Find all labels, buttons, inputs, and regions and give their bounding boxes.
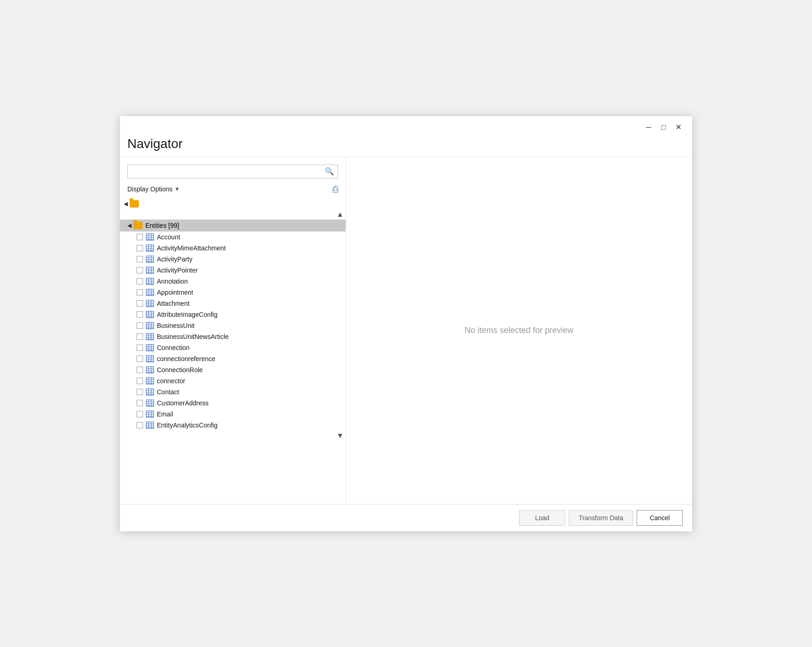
table-icon [146,255,154,263]
dialog-body: 🔍 Display Options ▼ ⎙ ◀ [120,157,692,504]
scroll-down-button[interactable]: ▼ [334,431,346,441]
list-item[interactable]: ActivityMimeAttachment [120,243,346,254]
entity-name: Account [157,233,180,241]
close-button[interactable]: ✕ [672,121,685,134]
table-icon [146,355,154,362]
transform-data-button[interactable]: Transform Data [569,510,633,526]
dialog-title: Navigator [120,135,692,157]
list-item[interactable]: BusinessUnitNewsArticle [120,331,346,342]
item-checkbox[interactable] [137,356,143,362]
title-bar-controls: ─ □ ✕ [642,121,685,134]
no-preview-text: No items selected for preview [465,326,573,335]
entity-name: Appointment [157,289,193,296]
list-item[interactable]: Account [120,231,346,243]
list-item[interactable]: Appointment [120,287,346,298]
cancel-button[interactable]: Cancel [637,510,683,526]
entity-name: AttributeImageConfig [157,311,218,318]
refresh-icon: ⎙ [333,184,338,195]
entity-name: BusinessUnit [157,322,195,329]
entity-name: Attachment [157,300,190,307]
search-bar: 🔍 [120,157,346,182]
item-checkbox[interactable] [137,289,143,296]
entities-folder-label: Entities [99] [145,222,179,229]
item-checkbox[interactable] [137,411,143,417]
item-checkbox[interactable] [137,367,143,373]
root-folder-icon [130,200,139,208]
list-item[interactable]: Contact [120,386,346,398]
list-item[interactable]: EntityAnalyticsConfig [120,420,346,431]
list-item[interactable]: Annotation [120,276,346,287]
dialog-footer: Load Transform Data Cancel [120,504,692,531]
table-icon [146,344,154,351]
scroll-up-button[interactable]: ▲ [334,209,346,220]
list-item[interactable]: CustomerAddress [120,398,346,409]
item-checkbox[interactable] [137,267,143,273]
right-panel: No items selected for preview [346,157,692,504]
item-checkbox[interactable] [137,378,143,384]
table-icon [146,421,154,429]
table-icon [146,388,154,396]
entity-name: Email [157,410,173,418]
entity-name: ActivityMimeAttachment [157,244,226,252]
item-checkbox[interactable] [137,422,143,428]
table-icon [146,311,154,318]
display-options-label: Display Options [127,185,173,193]
entity-name: Annotation [157,278,188,285]
item-checkbox[interactable] [137,322,143,329]
list-item[interactable]: connectionreference [120,353,346,364]
entity-name: Contact [157,388,179,396]
entity-name: ConnectionRole [157,366,203,374]
entity-name: Connection [157,344,190,351]
entity-name: connector [157,377,185,385]
list-item[interactable]: connector [120,375,346,386]
list-item[interactable]: ActivityParty [120,254,346,265]
entities-folder[interactable]: ◀ Entities [99] [120,220,346,231]
entity-list: Account [120,231,346,431]
display-options-button[interactable]: Display Options ▼ [127,185,180,193]
table-icon [146,366,154,374]
entity-name: EntityAnalyticsConfig [157,421,218,429]
search-icon[interactable]: 🔍 [323,166,336,177]
collapse-arrow-root: ◀ [124,201,128,207]
item-checkbox[interactable] [137,234,143,240]
item-checkbox[interactable] [137,311,143,318]
left-panel: 🔍 Display Options ▼ ⎙ ◀ [120,157,346,504]
table-icon [146,289,154,296]
entity-name: ActivityPointer [157,267,198,274]
item-checkbox[interactable] [137,300,143,307]
refresh-button[interactable]: ⎙ [333,184,338,195]
item-checkbox[interactable] [137,245,143,251]
table-icon [146,333,154,340]
search-input[interactable] [128,165,338,178]
table-icon [146,300,154,307]
entity-name: connectionreference [157,355,215,362]
maximize-button[interactable]: □ [657,121,670,134]
list-item[interactable]: ActivityPointer [120,265,346,276]
list-item[interactable]: AttributeImageConfig [120,309,346,320]
list-item[interactable]: BusinessUnit [120,320,346,331]
table-icon [146,278,154,285]
entity-name: CustomerAddress [157,399,209,407]
search-input-wrap: 🔍 [127,165,338,178]
display-options-arrow: ▼ [174,186,180,192]
item-checkbox[interactable] [137,344,143,351]
table-icon [146,410,154,418]
item-checkbox[interactable] [137,333,143,340]
item-checkbox[interactable] [137,400,143,406]
list-item[interactable]: Attachment [120,298,346,309]
entities-folder-icon [133,222,143,229]
item-checkbox[interactable] [137,256,143,262]
load-button[interactable]: Load [519,510,565,526]
list-item[interactable]: Email [120,409,346,420]
table-icon [146,233,154,241]
list-item[interactable]: ConnectionRole [120,364,346,375]
item-checkbox[interactable] [137,389,143,395]
table-icon [146,322,154,329]
item-checkbox[interactable] [137,278,143,285]
navigator-dialog: ─ □ ✕ Navigator 🔍 Display Options ▼ [120,116,692,531]
tree-container[interactable]: ◀ ▲ ◀ Entities [99] [120,198,346,504]
minimize-button[interactable]: ─ [642,121,655,134]
list-item[interactable]: Connection [120,342,346,353]
title-bar: ─ □ ✕ [120,116,692,135]
entities-collapse-arrow: ◀ [127,222,131,229]
